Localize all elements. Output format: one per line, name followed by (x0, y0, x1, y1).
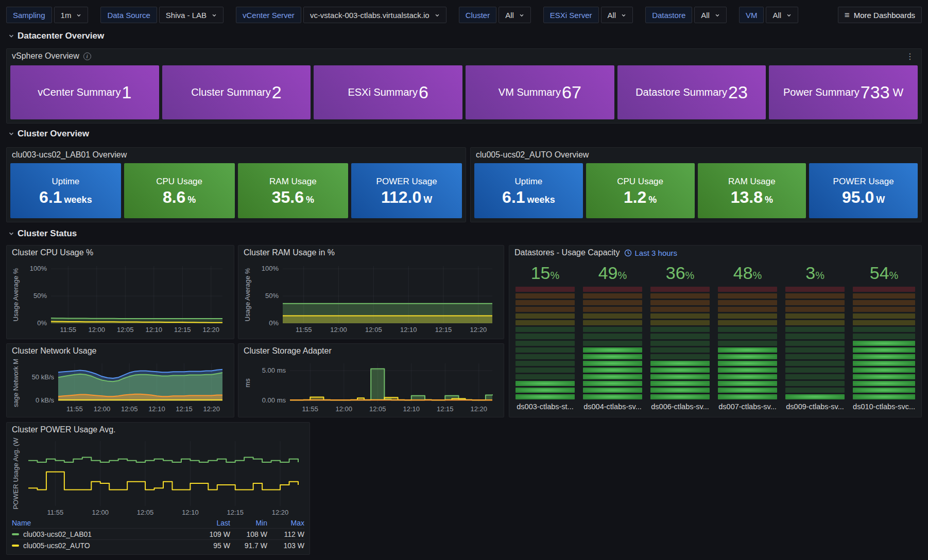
more-dashboards-button[interactable]: ≡ More Dashboards (838, 7, 922, 23)
variable-value-data-source[interactable]: Shiva - LAB (159, 7, 224, 23)
panel-title-datastores[interactable]: Datastores - Usage Capacity Last 3 hours (509, 246, 921, 260)
gauge-cell (583, 341, 642, 346)
stat-tile-ram-usage: RAM Usage13.8% (698, 163, 806, 218)
svg-text:12:15: 12:15 (227, 509, 244, 516)
panel-title-power[interactable]: Cluster POWER Usage Avg. (7, 423, 310, 437)
variable-label-cluster: Cluster (459, 7, 497, 23)
variable-value-cluster[interactable]: All (499, 7, 531, 23)
panel-title-cpu[interactable]: Cluster CPU Usage % (7, 246, 234, 260)
stat-tile-value: 1 (122, 82, 131, 102)
gauge-cell (785, 381, 845, 386)
svg-text:50%: 50% (265, 292, 279, 300)
variable-value-vm[interactable]: All (766, 7, 798, 23)
stat-tile-ram-usage: RAM Usage35.6% (238, 163, 349, 218)
gauge-cell (853, 367, 915, 373)
variable-groups: Sampling1mData SourceShiva - LABvCenter … (6, 7, 811, 23)
gauge-cell (718, 381, 777, 386)
gauge-cell (650, 293, 710, 299)
variable-value-vcenter-server[interactable]: vc-vstack-003-ctlabs.virtualstack.io (303, 7, 446, 23)
legend-series-name[interactable]: clu005-ucs02_AUTO (12, 541, 193, 550)
svg-text:12:10: 12:10 (182, 509, 199, 516)
panel-title-text: clu003-ucs02_LAB01 Overview (12, 150, 127, 160)
gauge-cell (515, 381, 575, 386)
stat-tile-label: RAM Usage (728, 177, 776, 187)
legend-last-value: 109 W (193, 530, 230, 538)
variable-value-sampling[interactable]: 1m (54, 7, 89, 23)
panel-title-storage[interactable]: Cluster Storage Adapter (238, 344, 504, 358)
legend-header-max[interactable]: Max (267, 519, 304, 527)
svg-text:Usage Average %: Usage Average % (12, 268, 20, 321)
panel-title-text: Cluster POWER Usage Avg. (12, 425, 116, 434)
gauge-cell (583, 293, 642, 299)
gauge-cell (853, 293, 915, 299)
gauge-cell (650, 307, 710, 312)
panel-title-network[interactable]: Cluster Network Usage (7, 344, 234, 358)
time-range-badge[interactable]: Last 3 hours (624, 249, 678, 257)
section-title: Datacenter Overview (18, 31, 104, 41)
gauge-cell (583, 367, 642, 373)
section-cluster-overview[interactable]: Cluster Overview (8, 129, 89, 139)
svg-text:12:20: 12:20 (203, 326, 220, 334)
svg-text:100%: 100% (30, 265, 47, 272)
gauge-cell (785, 334, 845, 339)
gauge-value: 49% (583, 263, 642, 287)
legend-series-name[interactable]: clu003-ucs02_LAB01 (12, 530, 193, 538)
legend-max-value: 103 W (267, 541, 304, 550)
gauge-cells (515, 287, 575, 399)
gauge-cell (583, 334, 642, 339)
stat-tile-label: POWER Usage (833, 177, 894, 187)
panel-title-cluster1[interactable]: clu003-ucs02_LAB01 Overview (7, 148, 466, 162)
legend-header-min[interactable]: Min (230, 519, 267, 527)
variable-value-esxi-server[interactable]: All (601, 7, 633, 23)
svg-text:12:10: 12:10 (146, 326, 163, 334)
gauge-cell (583, 394, 642, 399)
legend-max-value: 112 W (267, 530, 304, 538)
variable-label-sampling: Sampling (6, 7, 52, 23)
gauge-cell (650, 388, 710, 393)
gauge-cell (853, 361, 915, 366)
stat-tile-esxi-summary: ESXi Summary6 (314, 65, 462, 119)
legend-header-name[interactable]: Name (12, 519, 193, 527)
stat-tile-value: 6 (419, 82, 428, 102)
stat-tile-label: RAM Usage (269, 177, 317, 187)
variable-data-source: Data SourceShiva - LAB (100, 7, 224, 23)
panel-title-vsphere[interactable]: vSphere Overview i ⋮ (7, 49, 921, 63)
gauge-cell (785, 300, 845, 305)
datastore-gauge-ds009-ctlabs-sv: 3%ds009-ctlabs-sv... (785, 263, 845, 413)
svg-text:12:15: 12:15 (435, 326, 452, 334)
svg-text:0.00 ms: 0.00 ms (262, 396, 286, 404)
gauge-cell (583, 347, 642, 353)
gauge-cell (785, 354, 845, 359)
gauge-cell (785, 388, 845, 393)
gauge-cell (718, 361, 777, 366)
variable-label-datastore: Datastore (645, 7, 692, 23)
panel-title-text: clu005-ucs02_AUTO Overview (476, 150, 589, 160)
gauge-cell (650, 327, 710, 332)
variable-value-datastore[interactable]: All (694, 7, 727, 23)
cluster2-tiles: Uptime6.1weeksCPU Usage1.2%RAM Usage13.8… (474, 163, 918, 218)
gauge-cell (583, 327, 642, 332)
gauge-cell (718, 287, 777, 292)
gauge-cell (650, 320, 710, 325)
variable-value-text: All (505, 11, 514, 20)
stat-tile-value-line: 95.0W (842, 189, 885, 205)
gauge-cell (650, 381, 710, 386)
panel-menu-icon[interactable]: ⋮ (904, 51, 916, 61)
gauge-cell (583, 287, 642, 292)
gauge-cell (650, 354, 710, 359)
chevron-down-icon (76, 11, 81, 20)
gauge-cell (650, 334, 710, 339)
variable-datastore: DatastoreAll (645, 7, 727, 23)
section-cluster-status[interactable]: Cluster Status (8, 229, 77, 239)
stat-tile-value-line: 8.6% (163, 189, 196, 205)
svg-text:12:15: 12:15 (437, 405, 454, 413)
legend-header-last[interactable]: Last (193, 519, 230, 527)
panel-title-ram[interactable]: Cluster RAM Usage in % (238, 246, 504, 260)
stat-tile-value-line: 6.1weeks (502, 189, 555, 205)
gauge-value: 54% (853, 263, 915, 287)
panel-title-cluster2[interactable]: clu005-ucs02_AUTO Overview (471, 148, 921, 162)
gauge-cells (785, 287, 845, 399)
legend-series-label: clu005-ucs02_AUTO (23, 541, 90, 550)
variable-value-text: 1m (61, 11, 72, 20)
section-datacenter-overview[interactable]: Datacenter Overview (8, 31, 104, 41)
